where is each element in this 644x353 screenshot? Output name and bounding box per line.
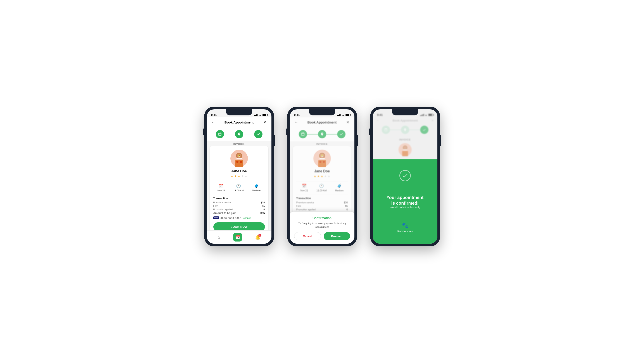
- step-3-circle-3: [420, 126, 428, 134]
- progress-stepper-3: [373, 123, 438, 136]
- sb3: [339, 114, 340, 116]
- f-label-2: Fare: [296, 205, 301, 207]
- sb3-2: [421, 115, 422, 116]
- premium-label: Premium service: [213, 201, 231, 204]
- invoice-card-1: 😷 Jane Doe ★ ★ ★ ★ ★ 📅 Nov 2: [210, 146, 268, 230]
- sb3-4: [424, 114, 424, 116]
- nav-home-1[interactable]: ⌂: [218, 235, 220, 240]
- back-home-section[interactable]: 🐾 Back to home: [397, 222, 413, 233]
- pr-label-2: Promotion applied: [296, 208, 316, 211]
- star-rating-1: ★ ★ ★ ★ ★: [213, 175, 265, 178]
- phone-2-blurred-content: ← Book Appointment ✕: [290, 117, 354, 225]
- s4: ★: [324, 175, 327, 178]
- check-icon-3: [422, 128, 426, 132]
- phone-2: 9:41 ▲ ← Book Appointment: [287, 107, 357, 246]
- signal-bar-3: [256, 114, 257, 116]
- calendar-step-2: [301, 132, 305, 136]
- transaction-section-1: Transaction Premium service $30 Fare $5 …: [213, 197, 265, 215]
- star-1: ★: [230, 175, 234, 178]
- cancel-button[interactable]: Cancel: [294, 232, 321, 240]
- fare-value: $5: [262, 205, 265, 207]
- home-icon: ⌂: [218, 235, 220, 240]
- progress-stepper-2: [290, 127, 354, 141]
- app-header-1: ← Book Appointment ✕: [207, 117, 272, 127]
- step-2-circle-2: [318, 130, 326, 138]
- calendar-icon-step: [218, 132, 222, 136]
- avatar-container-1: 😷: [213, 150, 265, 167]
- s5: ★: [328, 175, 330, 178]
- step-line-1-2: [224, 134, 235, 134]
- svg-point-14: [323, 161, 325, 163]
- appt-date-value-2: Nov 21: [300, 189, 308, 192]
- premium-value: $30: [261, 201, 265, 204]
- location-step-2: [320, 132, 324, 136]
- step-2-circle-3: [401, 126, 409, 134]
- step-line-2: [326, 134, 337, 134]
- appt-time-value-2: 11:00 AM: [316, 189, 326, 192]
- phone-1-screen: 9:41 ▲ ← Book Appointment ✕: [207, 109, 272, 244]
- transaction-title-2: Transaction: [296, 197, 348, 200]
- confirmed-subtitle: We will be in touch shortly: [386, 206, 424, 209]
- f-value-2: $5: [345, 205, 348, 207]
- notch-1: [226, 109, 252, 115]
- book-now-button[interactable]: BOOK NOW: [213, 222, 265, 230]
- svg-text:😷: 😷: [238, 154, 241, 157]
- phone-2-screen: 9:41 ▲ ← Book Appointment: [290, 109, 354, 244]
- nav-notifications-1[interactable]: 🔔 3: [255, 235, 260, 240]
- notch-2: [309, 109, 335, 115]
- star-rating-2: ★ ★ ★ ★ ★: [296, 175, 348, 178]
- step-1-circle-3: [382, 126, 390, 134]
- svg-point-5: [236, 161, 238, 163]
- size-icon-2: 🧳: [337, 183, 342, 188]
- pr-value-2: 0: [346, 208, 348, 211]
- progress-stepper-1: [207, 127, 272, 141]
- back-button-2: ←: [293, 119, 300, 125]
- nav-calendar-1[interactable]: 📅: [233, 233, 242, 242]
- app-header-2: ← Book Appointment ✕: [290, 117, 354, 127]
- star-5: ★: [244, 175, 248, 178]
- svg-point-6: [240, 161, 242, 163]
- confirmation-buttons: Cancel Proceed: [294, 232, 350, 240]
- confirmed-title-text: Your appointmentis confirmed!: [386, 195, 424, 206]
- t-row-premium-2: Premium service $30: [296, 201, 348, 204]
- location-icon-step: [237, 132, 241, 136]
- battery-icon: [262, 114, 267, 116]
- sb3-3: [422, 114, 423, 116]
- s1: ★: [314, 175, 316, 178]
- appt-time-2: 🕐 11:00 AM: [316, 183, 326, 192]
- calendar-icon: 📅: [219, 183, 224, 188]
- time-2: 9:41: [294, 113, 300, 116]
- back-button-1[interactable]: ←: [210, 119, 216, 125]
- invoice-label-1: INVOICE: [207, 141, 272, 146]
- status-icons-3: ▲: [420, 114, 433, 116]
- p-value-2: $30: [344, 201, 348, 204]
- battery-icon-3: [428, 114, 433, 116]
- back-home-label[interactable]: Back to home: [397, 230, 413, 233]
- promo-value: 0: [263, 208, 265, 211]
- wifi-icon-3: ▲: [425, 114, 427, 116]
- size-icon: 🧳: [254, 183, 259, 188]
- signal-bar-2: [255, 115, 256, 116]
- s3: ★: [320, 175, 324, 178]
- provider-avatar-1: 😷: [230, 150, 248, 167]
- promo-label: Promotion applied: [213, 208, 233, 211]
- close-button-1[interactable]: ✕: [262, 119, 268, 125]
- appt-size-value: Medium: [252, 189, 260, 192]
- phone-3-top-blurred: 9:41 ▲ ← Book Appoi: [373, 109, 438, 159]
- proceed-button[interactable]: Proceed: [324, 232, 350, 240]
- appt-time-value: 11:00 AM: [234, 189, 244, 192]
- transaction-row-promo: Promotion applied 0: [213, 208, 265, 211]
- notch-3: [392, 109, 418, 115]
- t-row-promo-2: Promotion applied 0: [296, 208, 348, 211]
- svg-point-13: [319, 161, 322, 163]
- header-title-2: Book Appointment: [308, 120, 337, 124]
- transaction-title-1: Transaction: [213, 197, 265, 200]
- sl-3-1: [390, 130, 401, 130]
- step-3-circle-2: [337, 130, 346, 138]
- s2: ★: [317, 175, 320, 178]
- confirmed-section: Your appointmentis confirmed! We will be…: [373, 159, 438, 244]
- change-link[interactable]: change: [244, 217, 251, 219]
- time-3: 9:41: [377, 113, 383, 116]
- payment-method-1: VISA XXXX-XXXX-XXXX change: [213, 216, 265, 219]
- wifi-icon-2: ▲: [342, 114, 344, 116]
